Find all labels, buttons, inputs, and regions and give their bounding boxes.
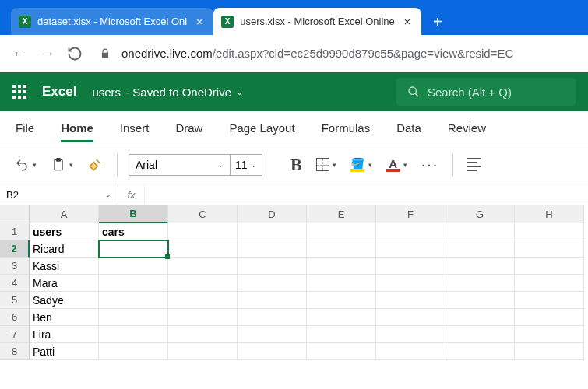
cell-F7[interactable] <box>376 326 445 343</box>
cell-D8[interactable] <box>238 343 307 360</box>
cell-G1[interactable] <box>445 223 515 240</box>
borders-button[interactable]: ▾ <box>313 155 340 174</box>
cell-A4[interactable]: Mara <box>30 275 99 292</box>
cell-D1[interactable] <box>238 223 307 240</box>
formula-input[interactable] <box>145 184 588 205</box>
close-tab-icon[interactable]: × <box>193 16 206 27</box>
more-options-button[interactable]: ··· <box>418 152 442 177</box>
cell-B4[interactable] <box>99 275 168 292</box>
cell-G7[interactable] <box>445 326 515 343</box>
column-header[interactable]: B <box>99 205 168 223</box>
cell-A8[interactable]: Patti <box>30 343 99 360</box>
cell-A6[interactable]: Ben <box>30 309 99 326</box>
cell-F8[interactable] <box>376 343 445 360</box>
cell-G5[interactable] <box>445 292 515 309</box>
cell-C8[interactable] <box>168 343 238 360</box>
cell-D6[interactable] <box>238 309 307 326</box>
document-name[interactable]: users - Saved to OneDrive ⌄ <box>92 86 243 99</box>
cell-E8[interactable] <box>307 343 376 360</box>
cell-H2[interactable] <box>515 240 584 258</box>
cell-D4[interactable] <box>238 275 307 292</box>
ribbon-tab-page-layout[interactable]: Page Layout <box>229 114 294 142</box>
row-header[interactable]: 2 <box>0 240 30 258</box>
search-box[interactable]: Search (Alt + Q) <box>396 78 576 106</box>
row-header[interactable]: 1 <box>0 223 30 240</box>
cell-A2[interactable]: Ricard <box>30 240 99 258</box>
cell-A1[interactable]: users <box>30 223 99 240</box>
cell-D7[interactable] <box>238 326 307 343</box>
cell-H1[interactable] <box>515 223 584 240</box>
row-header[interactable]: 3 <box>0 258 30 275</box>
font-selector[interactable]: Arial⌄ 11⌄ <box>129 154 262 176</box>
cell-H7[interactable] <box>515 326 584 343</box>
column-header[interactable]: A <box>30 205 99 223</box>
cell-B8[interactable] <box>99 343 168 360</box>
cell-F4[interactable] <box>376 275 445 292</box>
cell-F2[interactable] <box>376 240 445 258</box>
cell-C7[interactable] <box>168 326 238 343</box>
select-all-corner[interactable] <box>0 205 30 223</box>
ribbon-tab-file[interactable]: File <box>16 114 34 142</box>
column-header[interactable]: G <box>445 205 515 223</box>
browser-tab-active[interactable]: X users.xlsx - Microsoft Excel Online × <box>213 8 421 35</box>
cell-E6[interactable] <box>307 309 376 326</box>
cell-E2[interactable] <box>307 240 376 258</box>
cell-G2[interactable] <box>445 240 515 258</box>
cell-D3[interactable] <box>238 258 307 275</box>
paste-button[interactable]: ▾ <box>48 154 76 176</box>
column-header[interactable]: F <box>376 205 445 223</box>
cell-E7[interactable] <box>307 326 376 343</box>
cell-B1[interactable]: cars <box>99 223 168 240</box>
cell-G3[interactable] <box>445 258 515 275</box>
row-header[interactable]: 8 <box>0 343 30 360</box>
cell-B2[interactable] <box>99 240 168 258</box>
cell-A3[interactable]: Kassi <box>30 258 99 275</box>
undo-button[interactable]: ▾ <box>11 155 40 175</box>
cell-D5[interactable] <box>238 292 307 309</box>
cell-H6[interactable] <box>515 309 584 326</box>
cell-G4[interactable] <box>445 275 515 292</box>
ribbon-tab-data[interactable]: Data <box>396 114 421 142</box>
font-color-button[interactable]: A ▾ <box>383 155 410 175</box>
cell-E5[interactable] <box>307 292 376 309</box>
cell-B6[interactable] <box>99 309 168 326</box>
address-bar[interactable]: onedrive.live.com/edit.aspx?cid=ec25d999… <box>121 47 577 60</box>
cell-C3[interactable] <box>168 258 238 275</box>
cell-E3[interactable] <box>307 258 376 275</box>
forward-button[interactable]: → <box>39 44 56 62</box>
cell-H5[interactable] <box>515 292 584 309</box>
row-header[interactable]: 7 <box>0 326 30 343</box>
column-header[interactable]: C <box>168 205 238 223</box>
format-painter-button[interactable] <box>84 154 106 176</box>
bold-button[interactable]: B <box>287 152 305 178</box>
cell-C2[interactable] <box>168 240 238 258</box>
cell-G6[interactable] <box>445 309 515 326</box>
cell-C4[interactable] <box>168 275 238 292</box>
cell-G8[interactable] <box>445 343 515 360</box>
cell-F6[interactable] <box>376 309 445 326</box>
cell-B5[interactable] <box>99 292 168 309</box>
cell-E1[interactable] <box>307 223 376 240</box>
ribbon-tab-home[interactable]: Home <box>61 114 93 142</box>
column-header[interactable]: H <box>515 205 584 223</box>
back-button[interactable]: ← <box>11 44 28 62</box>
ribbon-tab-insert[interactable]: Insert <box>120 114 150 142</box>
row-header[interactable]: 4 <box>0 275 30 292</box>
cell-A7[interactable]: Lira <box>30 326 99 343</box>
ribbon-tab-review[interactable]: Review <box>448 114 486 142</box>
font-size-select[interactable]: 11⌄ <box>231 155 262 175</box>
column-header[interactable]: D <box>238 205 307 223</box>
new-tab-button[interactable]: + <box>424 9 451 35</box>
ribbon-tab-formulas[interactable]: Formulas <box>322 114 371 142</box>
cell-F3[interactable] <box>376 258 445 275</box>
close-tab-icon[interactable]: × <box>401 16 414 27</box>
cell-H8[interactable] <box>515 343 584 360</box>
row-header[interactable]: 5 <box>0 292 30 309</box>
cell-B3[interactable] <box>99 258 168 275</box>
row-header[interactable]: 6 <box>0 309 30 326</box>
cell-E4[interactable] <box>307 275 376 292</box>
cell-F5[interactable] <box>376 292 445 309</box>
browser-tab-inactive[interactable]: X dataset.xlsx - Microsoft Excel Onl × <box>11 8 213 35</box>
cell-C5[interactable] <box>168 292 238 309</box>
name-box[interactable]: B2 ⌄ <box>0 184 118 205</box>
